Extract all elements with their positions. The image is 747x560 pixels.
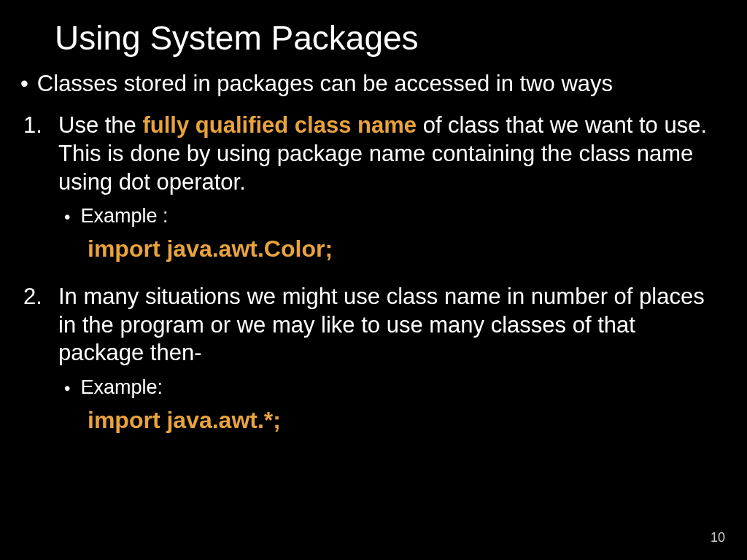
item2-content: In many situations we might use class na… [58,283,732,368]
intro-text: Classes stored in packages can be access… [37,71,613,97]
slide-title: Using System Packages [55,18,732,58]
numbered-item-1: 1. Use the fully qualified class name of… [15,112,732,196]
example1-label-row: • Example : [64,205,732,230]
example2-label-row: • Example: [64,376,732,401]
slide-content: Using System Packages • Classes stored i… [0,0,747,469]
numbered-item-2: 2. In many situations we might use class… [15,283,732,368]
item1-content: Use the fully qualified class name of cl… [58,112,732,196]
item1-highlight: fully qualified class name [142,112,417,138]
example1-label: Example : [80,205,168,228]
example2-label: Example: [80,376,163,399]
bullet-marker: • [20,71,28,97]
page-number: 10 [711,530,725,545]
intro-bullet: • Classes stored in packages can be acce… [15,71,732,97]
item1-pre: Use the [58,112,142,138]
bullet-marker: • [64,376,70,401]
item-number: 2. [15,283,58,311]
bullet-marker: • [64,205,70,230]
example2-code: import java.awt.*; [88,407,732,434]
item-number: 1. [15,112,58,140]
example1-code: import java.awt.Color; [88,236,732,262]
